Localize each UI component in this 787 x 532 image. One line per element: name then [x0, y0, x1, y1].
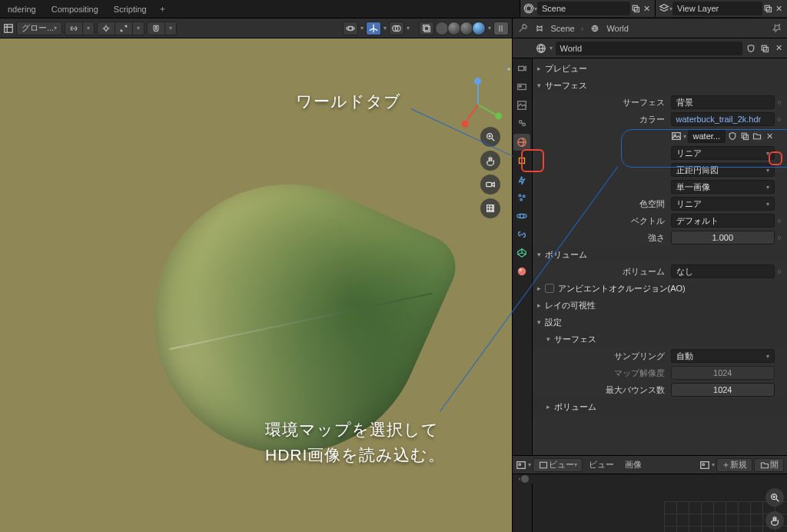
shading-wireframe[interactable]: [435, 22, 449, 35]
open-image-icon[interactable]: [752, 131, 762, 141]
world-name-input[interactable]: World: [556, 42, 742, 55]
image-editor-sidebar[interactable]: [513, 484, 533, 532]
svg-point-0: [526, 6, 532, 12]
vtab-constraints[interactable]: [513, 226, 530, 243]
sampling-label: サンプリング: [533, 351, 671, 362]
gizmo-toggle-icon[interactable]: [366, 22, 381, 35]
visibility-icon[interactable]: [343, 22, 358, 35]
vector-select[interactable]: デフォルト: [671, 214, 775, 228]
vtab-mesh[interactable]: [513, 244, 530, 261]
panel-sub-volume[interactable]: ボリューム: [533, 398, 787, 415]
vtab-particles[interactable]: [513, 189, 530, 206]
vtab-scene[interactable]: [513, 115, 530, 132]
unlink-world-icon[interactable]: ✕: [773, 43, 784, 54]
xray-toggle-icon[interactable]: [419, 22, 434, 35]
panel-volume[interactable]: ボリューム: [533, 246, 787, 263]
vtab-physics[interactable]: [513, 208, 530, 224]
strength-input[interactable]: 1.000: [671, 231, 775, 244]
close-viewlayer-icon[interactable]: ✕: [773, 3, 784, 14]
tab-scripting[interactable]: Scripting: [106, 0, 154, 18]
fake-user-icon[interactable]: [727, 131, 738, 141]
pan-icon[interactable]: [480, 151, 500, 171]
image-view-menu[interactable]: ビュー: [584, 459, 619, 470]
image-zoom-icon[interactable]: [765, 488, 784, 507]
panel-sub-surface[interactable]: サーフェス: [533, 331, 787, 347]
gizmo-z-axis[interactable]: [477, 85, 479, 105]
new-viewlayer-icon[interactable]: [762, 3, 773, 14]
panel-preview[interactable]: プレビュー: [533, 60, 787, 77]
world-icon[interactable]: [536, 43, 546, 54]
zoom-icon[interactable]: [480, 127, 500, 147]
panel-settings[interactable]: 設定: [533, 314, 787, 331]
source-select[interactable]: 単一画像▾: [671, 180, 775, 194]
pause-icon[interactable]: II: [493, 22, 509, 35]
mode-select[interactable]: グロー... ▾: [16, 22, 62, 35]
new-image-button[interactable]: ＋ 新規: [716, 458, 752, 472]
magnet-group[interactable]: ▾: [147, 22, 177, 35]
shading-solid[interactable]: [447, 22, 461, 35]
map-res-input[interactable]: 1024: [671, 366, 775, 380]
editor-type-icon[interactable]: [3, 23, 14, 34]
vtab-modifiers[interactable]: [513, 171, 530, 188]
image-editor-view[interactable]: [533, 484, 787, 532]
vtab-render[interactable]: [513, 60, 530, 77]
viewport-3d[interactable]: [0, 38, 512, 532]
duplicate-world-icon[interactable]: [759, 43, 770, 54]
ao-checkbox[interactable]: [545, 284, 554, 293]
vtab-object[interactable]: [513, 152, 530, 169]
gizmo-x-axis[interactable]: [466, 104, 479, 121]
add-workspace-button[interactable]: ＋: [154, 0, 171, 18]
tool-icon[interactable]: [517, 23, 528, 34]
image-name-input[interactable]: water...: [688, 129, 726, 143]
snap-group[interactable]: ▾: [97, 22, 144, 35]
vtab-world[interactable]: [513, 134, 530, 151]
volume-shader-select[interactable]: なし: [671, 264, 775, 278]
svg-point-16: [508, 68, 510, 70]
panel-ao[interactable]: アンビエントオクルージョン(AO): [533, 280, 787, 297]
colorspace-select[interactable]: リニア▾: [671, 197, 775, 211]
image-pan-icon[interactable]: [765, 511, 784, 530]
camera-view-icon[interactable]: [480, 175, 500, 195]
overlay-toggle-icon[interactable]: [389, 22, 404, 35]
svg-rect-11: [423, 25, 428, 30]
gizmo-y-axis[interactable]: [477, 104, 496, 115]
unlink-image-icon[interactable]: ✕: [764, 131, 775, 141]
sampling-select[interactable]: 自動▾: [671, 349, 775, 363]
breadcrumb-world[interactable]: World: [606, 24, 629, 33]
projection-select[interactable]: 正距円筒図▾: [671, 163, 775, 177]
viewlayer-selector[interactable]: View Layer: [672, 2, 762, 15]
color-source-select[interactable]: waterbuck_trail_2k.hdr: [671, 112, 775, 126]
shield-icon[interactable]: [745, 43, 756, 54]
image-mode-select[interactable]: ビュー ▾: [533, 458, 583, 472]
image-image-menu[interactable]: 画像: [620, 459, 646, 470]
breadcrumb-scene[interactable]: Scene: [551, 24, 575, 33]
dup-image-icon[interactable]: [739, 131, 750, 141]
orientation-group[interactable]: ▾: [65, 22, 95, 35]
shading-selector[interactable]: [437, 22, 486, 35]
panel-rayvis[interactable]: レイの可視性: [533, 297, 787, 314]
editor-type-image-icon[interactable]: [516, 460, 526, 470]
persp-ortho-icon[interactable]: [480, 198, 500, 218]
tab-compositing[interactable]: Compositing: [44, 0, 106, 18]
panel-surface[interactable]: サーフェス: [533, 77, 787, 94]
shading-matcap[interactable]: [460, 22, 473, 35]
tab-rendering[interactable]: ndering: [0, 0, 44, 18]
scene-selector[interactable]: Scene: [537, 2, 630, 15]
vtab-output[interactable]: [513, 78, 530, 95]
interpolation-select[interactable]: リニア▾: [671, 146, 775, 160]
pin-icon[interactable]: [772, 22, 782, 35]
image-type-icon[interactable]: [671, 131, 682, 141]
svg-point-7: [105, 26, 108, 30]
svg-rect-20: [764, 47, 769, 52]
side-tab-icon[interactable]: [504, 62, 512, 215]
shading-rendered[interactable]: [472, 22, 486, 35]
vtab-viewlayer[interactable]: [513, 97, 530, 114]
close-scene-icon[interactable]: ✕: [641, 3, 652, 14]
image-browse-icon[interactable]: [699, 460, 710, 470]
vtab-material[interactable]: [513, 263, 530, 280]
image-editor-hscroll[interactable]: ‹: [513, 474, 787, 484]
max-bounce-input[interactable]: 1024: [671, 383, 775, 397]
open-image-button[interactable]: 開: [754, 458, 784, 472]
new-scene-icon[interactable]: [630, 3, 641, 14]
surface-shader-select[interactable]: 背景: [671, 95, 775, 109]
